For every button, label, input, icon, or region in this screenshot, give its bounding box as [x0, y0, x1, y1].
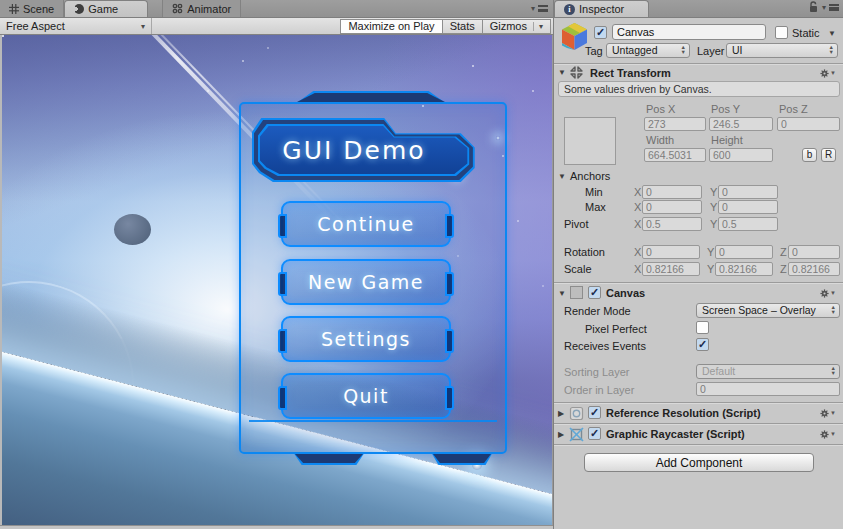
rotation-label: Rotation: [564, 246, 605, 258]
layer-dropdown[interactable]: UI ▲▼: [726, 43, 838, 58]
rect-transform-foldout[interactable]: ▼: [558, 68, 566, 77]
quit-button[interactable]: Quit: [281, 373, 451, 419]
continue-button[interactable]: Continue: [281, 201, 451, 247]
lock-icon: [808, 1, 819, 13]
frame-bottom-tab-right: [431, 452, 493, 465]
y-label: Y: [707, 263, 714, 275]
receives-events-label: Receives Events: [564, 340, 646, 352]
height-field[interactable]: 600: [709, 148, 773, 162]
canvas-foldout[interactable]: ▼: [558, 289, 566, 298]
pos-x-field[interactable]: 273: [644, 117, 706, 131]
tag-value: Untagged: [612, 44, 658, 56]
tab-animator[interactable]: Animator: [162, 0, 241, 17]
graphic-raycaster-gear-button[interactable]: ▼: [820, 428, 836, 440]
rotation-x-field[interactable]: 0: [642, 245, 700, 259]
info-icon: i: [564, 4, 575, 15]
pivot-label: Pivot: [564, 218, 588, 230]
static-dropdown-icon[interactable]: ▼: [828, 29, 836, 38]
graphic-raycaster-checkbox[interactable]: ✓: [588, 427, 601, 440]
window-bottom-edge: [0, 525, 553, 529]
stars: [2, 35, 4, 37]
driven-values-helpbox: Some values driven by Canvas.: [558, 81, 840, 97]
tag-dropdown[interactable]: Untagged ▲▼: [606, 43, 690, 58]
graphic-raycaster-title: Graphic Raycaster (Script): [606, 428, 745, 440]
panel-menu-icon: [538, 5, 548, 12]
scene-grid-icon: [9, 4, 19, 14]
graphic-raycaster-foldout[interactable]: ▶: [558, 430, 564, 439]
scale-z-field[interactable]: 0.82166: [788, 262, 840, 276]
rotation-y-field[interactable]: 0: [715, 245, 773, 259]
new-game-button[interactable]: New Game: [281, 259, 451, 305]
y-label: Y: [710, 218, 717, 230]
anchor-min-y-field[interactable]: 0: [718, 185, 778, 199]
x-label: X: [634, 246, 641, 258]
anchor-min-x-field[interactable]: 0: [642, 185, 702, 199]
game-viewport: GUI Demo Continue New Game Settings Quit: [0, 35, 553, 525]
stats-button[interactable]: Stats: [442, 19, 482, 34]
sorting-layer-dropdown[interactable]: Default ▲▼: [696, 364, 840, 379]
gear-icon: [820, 429, 829, 440]
animator-icon: [172, 3, 183, 14]
y-label: Y: [707, 246, 714, 258]
pivot-y-field[interactable]: 0.5: [718, 217, 778, 231]
rect-transform-title: Rect Transform: [590, 67, 671, 79]
order-in-layer-label: Order in Layer: [564, 384, 634, 396]
scale-y-field[interactable]: 0.82166: [715, 262, 773, 276]
reference-resolution-gear-button[interactable]: ▼: [820, 407, 836, 419]
canvas-enabled-checkbox[interactable]: ✓: [588, 286, 601, 299]
menu-frame-accent: [249, 420, 497, 422]
menu-title: GUI Demo: [252, 118, 484, 182]
width-field[interactable]: 664.5031: [644, 148, 706, 162]
inspector-panel-menu[interactable]: ▾: [808, 1, 843, 17]
moon-silhouette: [114, 214, 151, 245]
anchor-max-x-field[interactable]: 0: [642, 200, 702, 214]
gear-icon: [820, 288, 829, 299]
frame-top-tab: [295, 91, 447, 104]
active-checkbox[interactable]: ✓: [594, 26, 607, 39]
scale-x-field[interactable]: 0.82166: [642, 262, 700, 276]
frame-bottom-tab-left: [293, 452, 365, 465]
pixel-perfect-checkbox[interactable]: [696, 321, 709, 334]
canvas-gear-button[interactable]: ▼: [820, 287, 836, 299]
rect-preview-box: [564, 117, 616, 165]
raw-edit-mode-button[interactable]: R: [821, 148, 836, 162]
tab-scene-label: Scene: [23, 3, 54, 15]
reference-resolution-checkbox[interactable]: ✓: [588, 406, 601, 419]
game-pacman-icon: [74, 4, 84, 14]
inspector-tabbar: i Inspector ▾: [554, 0, 843, 18]
reference-resolution-foldout[interactable]: ▶: [558, 409, 564, 418]
left-panel-menu[interactable]: ▾: [531, 4, 553, 17]
pos-x-label: Pos X: [646, 103, 675, 115]
gear-dropdown-icon: ▼: [830, 290, 836, 296]
rotation-z-field[interactable]: 0: [788, 245, 840, 259]
pos-z-field[interactable]: 0: [777, 117, 840, 131]
inspector-dropdown-icon: ▾: [822, 3, 826, 12]
add-component-button[interactable]: Add Component: [584, 453, 814, 472]
maximize-on-play-button[interactable]: Maximize on Play: [340, 19, 441, 34]
settings-button[interactable]: Settings: [281, 316, 451, 362]
pos-y-field[interactable]: 246.5: [709, 117, 773, 131]
updown-arrows-icon: ▲▼: [681, 45, 686, 55]
title-plate: GUI Demo: [252, 118, 484, 182]
pivot-x-field[interactable]: 0.5: [642, 217, 702, 231]
gizmos-dropdown-icon: ▾: [533, 22, 543, 31]
anchor-max-y-field[interactable]: 0: [718, 200, 778, 214]
order-in-layer-field[interactable]: 0: [696, 382, 840, 396]
render-mode-dropdown[interactable]: Screen Space – Overlay ▲▼: [696, 303, 840, 318]
tab-inspector[interactable]: i Inspector: [554, 0, 649, 17]
anchors-foldout[interactable]: ▼: [558, 172, 566, 181]
check-icon: ✓: [590, 286, 599, 299]
gameobject-name-field[interactable]: Canvas: [612, 24, 766, 40]
rect-transform-gear-button[interactable]: ▼: [820, 67, 836, 79]
y-label: Y: [710, 201, 717, 213]
gizmos-button[interactable]: Gizmos ▾: [482, 19, 551, 34]
updown-arrows-icon: ▲▼: [829, 45, 834, 55]
tab-game[interactable]: Game: [64, 0, 148, 17]
x-label: X: [634, 263, 641, 275]
static-checkbox[interactable]: [775, 26, 788, 39]
receives-events-checkbox[interactable]: ✓: [696, 338, 709, 351]
aspect-dropdown[interactable]: Free Aspect ▾: [0, 18, 152, 34]
tab-scene[interactable]: Scene: [0, 0, 64, 17]
pixel-perfect-label: Pixel Perfect: [585, 323, 647, 335]
blueprint-mode-button[interactable]: b: [802, 148, 817, 162]
